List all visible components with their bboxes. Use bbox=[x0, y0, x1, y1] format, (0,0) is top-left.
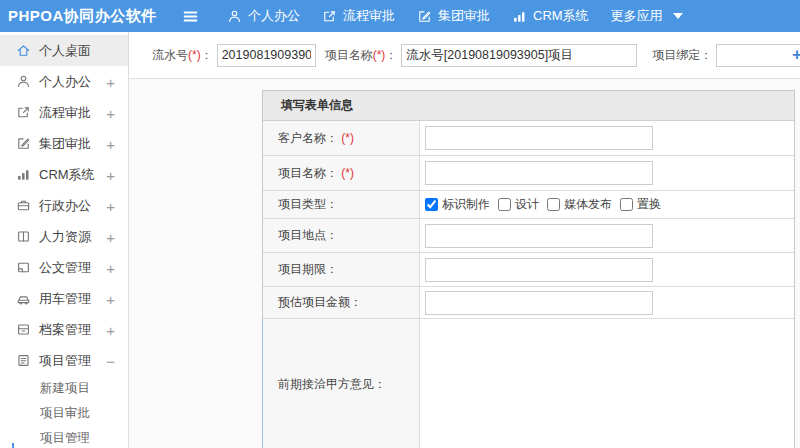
home-icon bbox=[16, 43, 31, 58]
form-row-preliminary-opinion: 前期接洽甲方意见： bbox=[262, 319, 794, 448]
form-row-project-duration: 项目期限： bbox=[263, 253, 794, 287]
archive-icon bbox=[16, 322, 31, 337]
nav-personal-office[interactable]: 个人办公 bbox=[227, 7, 300, 25]
expand-icon[interactable]: + bbox=[106, 166, 115, 183]
sidebar-subitem-new-project[interactable]: 新建项目 bbox=[0, 376, 128, 401]
sidebar: 个人桌面 个人办公 + 流程审批 + 集团审批 + CRM系统 + 行政办公 +… bbox=[0, 32, 129, 448]
expand-icon[interactable]: + bbox=[106, 321, 115, 338]
main-content: 填写表单信息 客户名称： (*) 项目名称： (*) 项目类型： 标识制作 设计… bbox=[129, 79, 800, 448]
sidebar-item-archive-mgmt[interactable]: 档案管理 + bbox=[0, 314, 128, 345]
workflow-icon bbox=[16, 105, 31, 120]
expand-icon[interactable]: + bbox=[106, 135, 115, 152]
sidebar-item-project-mgmt[interactable]: 项目管理 − bbox=[0, 345, 128, 376]
project-location-input[interactable] bbox=[425, 224, 653, 248]
nav-group-approval[interactable]: 集团审批 bbox=[417, 7, 490, 25]
sidebar-item-admin-office[interactable]: 行政办公 + bbox=[0, 190, 128, 221]
clipboard-icon bbox=[16, 353, 31, 368]
preliminary-opinion-label: 前期接洽甲方意见： bbox=[263, 319, 420, 448]
user-icon bbox=[16, 74, 31, 89]
form-row-customer-name: 客户名称： (*) bbox=[263, 121, 794, 156]
customer-name-input[interactable] bbox=[425, 126, 653, 150]
document-icon bbox=[16, 260, 31, 275]
project-location-label: 项目地点： bbox=[263, 219, 420, 252]
project-title-label: 项目名称(*)： bbox=[325, 47, 398, 64]
sidebar-subitem-project-mgmt[interactable]: 项目管理 bbox=[0, 426, 128, 448]
chevron-down-icon bbox=[673, 13, 683, 19]
project-binding-input[interactable] bbox=[716, 44, 800, 67]
edit-icon bbox=[16, 136, 31, 151]
project-duration-input[interactable] bbox=[425, 258, 653, 282]
project-name-label: 项目名称： (*) bbox=[263, 156, 420, 190]
project-binding-label: 项目绑定： bbox=[652, 47, 712, 64]
serial-number-label: 流水号(*)： bbox=[152, 47, 213, 64]
expand-icon[interactable]: + bbox=[106, 73, 115, 90]
expand-icon[interactable]: + bbox=[106, 197, 115, 214]
form-section-title: 填写表单信息 bbox=[263, 91, 794, 121]
checkbox-design[interactable]: 设计 bbox=[498, 196, 539, 213]
edit-icon bbox=[417, 9, 432, 24]
car-icon bbox=[16, 291, 31, 306]
form-row-estimated-amount: 预估项目金额： bbox=[263, 287, 794, 319]
estimated-amount-input[interactable] bbox=[425, 291, 653, 315]
sidebar-item-document-mgmt[interactable]: 公文管理 + bbox=[0, 252, 128, 283]
expand-icon[interactable]: + bbox=[106, 228, 115, 245]
user-icon bbox=[227, 9, 242, 24]
estimated-amount-label: 预估项目金额： bbox=[263, 287, 420, 318]
bar-chart-icon bbox=[16, 167, 31, 182]
app-logo: PHPOA协同办公软件 bbox=[0, 7, 150, 26]
checkbox-sign-production[interactable]: 标识制作 bbox=[425, 196, 490, 213]
sidebar-item-crm-system[interactable]: CRM系统 + bbox=[0, 159, 128, 190]
serial-number-input[interactable] bbox=[217, 44, 316, 67]
top-nav: 个人办公 流程审批 集团审批 CRM系统 更多应用 bbox=[227, 7, 705, 25]
preliminary-opinion-textarea[interactable] bbox=[420, 319, 794, 448]
checkbox-media-release[interactable]: 媒体发布 bbox=[547, 196, 612, 213]
serial-number-group: 流水号(*)： bbox=[152, 44, 316, 67]
submenu-highlight-indicator bbox=[12, 443, 14, 448]
sidebar-item-group-approval[interactable]: 集团审批 + bbox=[0, 128, 128, 159]
sidebar-item-workflow-approval[interactable]: 流程审批 + bbox=[0, 97, 128, 128]
project-name-input[interactable] bbox=[425, 161, 653, 185]
project-title-group: 项目名称(*)： bbox=[325, 44, 638, 67]
expand-icon[interactable]: + bbox=[106, 104, 115, 121]
book-icon bbox=[16, 229, 31, 244]
form-row-project-name: 项目名称： (*) bbox=[263, 156, 794, 191]
sidebar-subitem-project-approval[interactable]: 项目审批 bbox=[0, 401, 128, 426]
sidebar-item-vehicle-mgmt[interactable]: 用车管理 + bbox=[0, 283, 128, 314]
expand-icon[interactable]: + bbox=[106, 259, 115, 276]
nav-workflow-approval[interactable]: 流程审批 bbox=[322, 7, 395, 25]
record-header-bar: 流水号(*)： 项目名称(*)： 项目绑定： + bbox=[129, 32, 800, 79]
project-title-input[interactable] bbox=[401, 44, 637, 67]
project-type-options: 标识制作 设计 媒体发布 置换 bbox=[425, 196, 669, 213]
form-row-project-type: 项目类型： 标识制作 设计 媒体发布 置换 bbox=[263, 191, 794, 219]
hamburger-menu-icon[interactable] bbox=[182, 8, 199, 25]
workflow-icon bbox=[322, 9, 337, 24]
add-binding-button[interactable]: + bbox=[792, 45, 800, 65]
sidebar-item-hr[interactable]: 人力资源 + bbox=[0, 221, 128, 252]
expand-icon[interactable]: + bbox=[106, 290, 115, 307]
briefcase-icon bbox=[16, 198, 31, 213]
form-table: 填写表单信息 客户名称： (*) 项目名称： (*) 项目类型： 标识制作 设计… bbox=[262, 90, 795, 448]
nav-more-apps[interactable]: 更多应用 bbox=[611, 7, 683, 25]
sidebar-item-personal-office[interactable]: 个人办公 + bbox=[0, 66, 128, 97]
customer-name-label: 客户名称： (*) bbox=[263, 121, 420, 155]
sidebar-item-personal-desktop[interactable]: 个人桌面 bbox=[0, 35, 128, 66]
project-duration-label: 项目期限： bbox=[263, 253, 420, 286]
app-header: PHPOA协同办公软件 个人办公 流程审批 集团审批 CRM系统 更多应用 bbox=[0, 0, 800, 32]
collapse-icon[interactable]: − bbox=[106, 352, 115, 369]
checkbox-exchange[interactable]: 置换 bbox=[620, 196, 661, 213]
project-binding-group: 项目绑定： bbox=[652, 44, 800, 67]
form-row-project-location: 项目地点： bbox=[263, 219, 794, 253]
project-type-label: 项目类型： bbox=[263, 191, 420, 218]
bar-chart-icon bbox=[512, 9, 527, 24]
nav-crm-system[interactable]: CRM系统 bbox=[512, 7, 589, 25]
